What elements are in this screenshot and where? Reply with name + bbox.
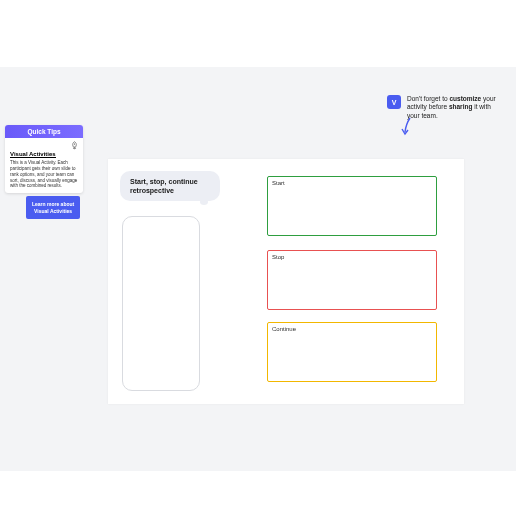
- activity-canvas[interactable]: Start, stop, continue retrospective Star…: [108, 159, 464, 404]
- activity-title[interactable]: Start, stop, continue retrospective: [120, 171, 220, 201]
- quick-tips-body: Visual Activities This is a Visual Activ…: [5, 138, 83, 193]
- svg-point-0: [74, 143, 75, 144]
- arrow-icon: [400, 116, 414, 138]
- stop-box[interactable]: Stop: [267, 250, 437, 310]
- quick-tips-title: Visual Activities: [10, 151, 56, 158]
- customize-tip-text: Don't forget to customize your activity …: [407, 95, 502, 120]
- continue-box[interactable]: Continue: [267, 322, 437, 382]
- rocket-icon: [70, 141, 79, 150]
- learn-more-button[interactable]: Learn more aboutVisual Activities: [26, 196, 80, 219]
- stop-box-label: Stop: [272, 254, 432, 260]
- app-badge: V: [387, 95, 401, 109]
- quick-tips-description: This is a Visual Activity. Each particip…: [10, 160, 78, 189]
- start-box[interactable]: Start: [267, 176, 437, 236]
- continue-box-label: Continue: [272, 326, 432, 332]
- notes-card[interactable]: [122, 216, 200, 391]
- quick-tips-header: Quick Tips: [5, 125, 83, 138]
- quick-tips-panel: Quick Tips Visual Activities This is a V…: [5, 125, 83, 193]
- start-box-label: Start: [272, 180, 432, 186]
